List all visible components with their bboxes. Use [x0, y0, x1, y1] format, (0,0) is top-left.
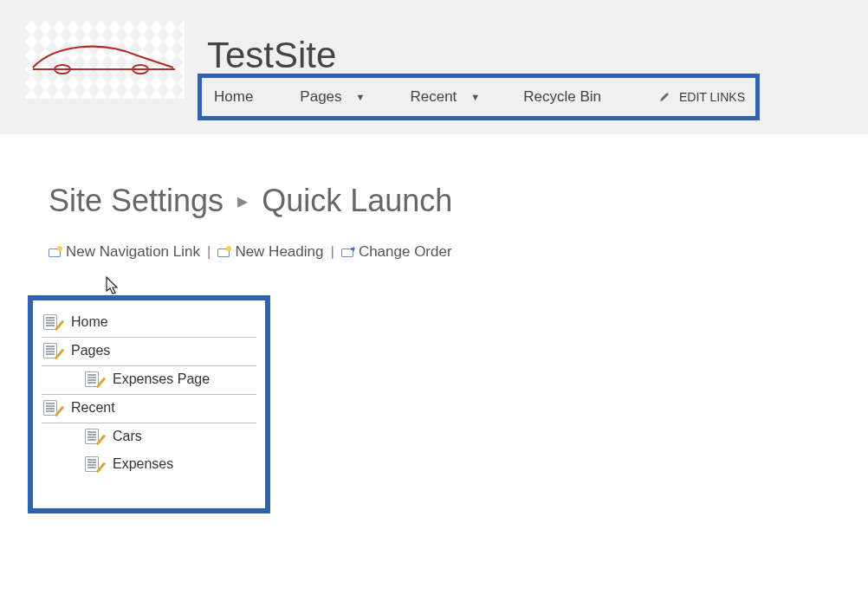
cursor-icon: [104, 276, 121, 297]
link-edit-icon: [85, 456, 100, 472]
ql-label: Home: [71, 314, 108, 330]
top-navigation: Home Pages ▼ Recent ▼ Recycle Bin EDIT L…: [198, 74, 760, 120]
ql-label: Expenses: [113, 456, 173, 472]
chevron-down-icon: ▼: [470, 92, 480, 102]
action-label: Change Order: [359, 243, 452, 261]
new-link-icon: [49, 246, 62, 258]
link-edit-icon: [85, 371, 100, 387]
nav-item-pages[interactable]: Pages ▼: [300, 88, 365, 106]
separator: |: [330, 243, 334, 261]
breadcrumb-parent[interactable]: Site Settings: [49, 183, 223, 219]
site-title: TestSite: [207, 35, 336, 76]
nav-item-home[interactable]: Home: [214, 88, 253, 106]
edit-links-button[interactable]: EDIT LINKS: [658, 90, 745, 104]
change-order-button[interactable]: Change Order: [341, 243, 452, 261]
nav-item-label: Pages: [300, 88, 341, 106]
action-bar: New Navigation Link | New Heading | Chan…: [49, 243, 868, 261]
car-logo-icon: [28, 43, 180, 78]
action-label: New Navigation Link: [66, 243, 200, 261]
action-label: New Heading: [235, 243, 323, 261]
ql-heading-home[interactable]: Home: [42, 309, 256, 338]
pencil-icon: [658, 91, 670, 103]
ql-child-expenses[interactable]: Expenses: [42, 451, 256, 479]
heading-edit-icon: [43, 314, 59, 330]
chevron-down-icon: ▼: [356, 92, 366, 102]
heading-edit-icon: [43, 343, 59, 358]
nav-item-label: Recent: [410, 88, 457, 106]
quick-launch-tree: Home Pages Expenses Page Recent Cars Exp…: [28, 295, 270, 513]
breadcrumb: Site Settings ▸ Quick Launch: [49, 183, 868, 219]
ql-label: Pages: [71, 343, 110, 358]
change-order-icon: [341, 246, 355, 258]
heading-edit-icon: [43, 400, 59, 416]
breadcrumb-separator-icon: ▸: [237, 189, 248, 213]
nav-item-recent[interactable]: Recent ▼: [410, 88, 480, 106]
new-navigation-link-button[interactable]: New Navigation Link: [49, 243, 200, 261]
cursor-overlay: [104, 276, 868, 292]
breadcrumb-current: Quick Launch: [262, 183, 452, 219]
new-heading-button[interactable]: New Heading: [217, 243, 323, 261]
new-heading-icon: [217, 246, 231, 258]
site-logo[interactable]: [24, 21, 185, 99]
ql-heading-recent[interactable]: Recent: [42, 395, 256, 423]
link-edit-icon: [85, 429, 100, 444]
ql-label: Expenses Page: [113, 371, 210, 387]
main-content: Site Settings ▸ Quick Launch New Navigat…: [0, 134, 868, 513]
nav-item-recycle-bin[interactable]: Recycle Bin: [523, 88, 601, 106]
ql-child-cars[interactable]: Cars: [42, 423, 256, 451]
ql-heading-pages[interactable]: Pages: [42, 338, 256, 366]
edit-links-label: EDIT LINKS: [679, 90, 745, 104]
header: TestSite Home Pages ▼ Recent ▼ Recycle B…: [0, 0, 868, 134]
ql-label: Recent: [71, 400, 115, 416]
ql-label: Cars: [113, 429, 142, 444]
ql-child-expenses-page[interactable]: Expenses Page: [42, 366, 256, 395]
separator: |: [207, 243, 211, 261]
